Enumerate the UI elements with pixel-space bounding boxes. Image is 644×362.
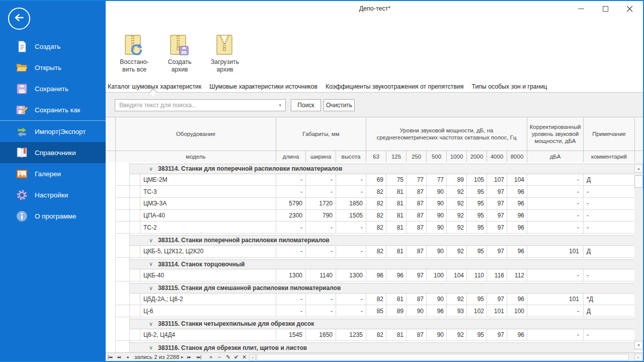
group-band[interactable]: ∨383114. Станок торцовочный <box>130 259 635 270</box>
table-row[interactable]: ЦМЕ-2М---6975777789105107104-Д <box>106 174 635 186</box>
cell-octave-63[interactable]: 85 <box>366 305 386 317</box>
header-corrected-level[interactable]: Корректированный уровень звуковой мощнос… <box>527 117 584 151</box>
cell-model[interactable]: ЦКБ-5, Ц2К12, Ц2К20 <box>140 246 276 258</box>
horizontal-scrollbar-thumb[interactable] <box>257 354 629 360</box>
group-row[interactable]: ∨383114. Станок торцовочный <box>106 258 635 270</box>
cell-octave-250[interactable]: 87 <box>407 329 427 341</box>
sidebar-item-about[interactable]: О программе <box>0 205 106 227</box>
table-row[interactable]: ТС-3---8281879092959796-- <box>106 186 635 198</box>
cell-model[interactable]: Ц-6 <box>140 305 276 317</box>
cell-octave-500[interactable]: 90 <box>427 210 447 222</box>
cell-octave-500[interactable]: 90 <box>427 222 447 234</box>
subheader-4000[interactable]: 4000 <box>487 151 507 163</box>
cell-octave-125[interactable]: 81 <box>386 246 407 258</box>
cell-octave-4000[interactable]: 116 <box>487 269 507 281</box>
group-band[interactable]: ∨383115. Станки четырехпильные для обрез… <box>130 319 635 329</box>
tab-source-characteristics[interactable]: Шумовые характеристики источников <box>209 83 317 90</box>
sidebar-item-settings[interactable]: Настройки <box>0 184 106 205</box>
cell-length[interactable]: 2300 <box>276 210 306 222</box>
cell-height[interactable]: 1235 <box>336 329 366 341</box>
cell-width[interactable]: - <box>306 294 336 306</box>
nav-last-button[interactable]: ▸▸| <box>197 354 201 359</box>
sidebar-item-save-as[interactable]: Сохранить как <box>0 99 106 120</box>
cell-octave-250[interactable]: 87 <box>407 294 427 306</box>
cell-width[interactable]: - <box>306 246 336 258</box>
maximize-button[interactable] <box>598 2 613 15</box>
subheader-model[interactable]: модель <box>116 151 276 163</box>
cell-octave-125[interactable]: 75 <box>386 174 407 186</box>
cell-dba[interactable]: - <box>527 210 584 222</box>
cell-comment[interactable]: - <box>584 198 635 210</box>
cell-width[interactable]: - <box>306 174 336 186</box>
sidebar-item-references[interactable]: Справочники <box>0 142 106 163</box>
cell-length[interactable]: - <box>276 222 306 234</box>
cell-width[interactable]: - <box>306 186 336 198</box>
nav-prior-button[interactable]: ◂ <box>126 354 128 359</box>
nav-cancel-button[interactable]: ✕ <box>242 354 247 360</box>
cell-octave-8000[interactable]: 96 <box>507 329 527 341</box>
table-row[interactable]: ЦКБ-5, Ц2К12, Ц2К20---828187909295979610… <box>106 246 635 258</box>
subheader-comment[interactable]: комментарий <box>584 151 635 163</box>
cell-model[interactable]: ЦМЭ-3А <box>140 198 276 210</box>
cell-model[interactable]: Ц5Д-2А,; Ц6-2 <box>140 294 276 306</box>
cell-octave-63[interactable]: 96 <box>366 269 386 281</box>
cell-octave-4000[interactable]: 107 <box>487 174 507 186</box>
cell-octave-63[interactable]: 82 <box>366 222 386 234</box>
cell-octave-250[interactable]: 87 <box>407 198 427 210</box>
chevron-down-icon[interactable]: ∨ <box>149 344 153 351</box>
cell-comment[interactable]: - <box>584 210 635 222</box>
cell-dba[interactable]: - <box>527 198 584 210</box>
group-row[interactable]: ∨383116. Станок для обрезки плит, щитов … <box>106 341 635 352</box>
cell-octave-500[interactable]: 90 <box>427 294 447 306</box>
back-button[interactable] <box>8 8 30 30</box>
create-archive-button[interactable]: Создатьархив <box>157 34 202 81</box>
table-row[interactable]: ТС-2---8281879092959796-- <box>106 222 635 234</box>
nav-prior-page-button[interactable]: ◂◂ <box>117 354 120 359</box>
cell-octave-63[interactable]: 69 <box>366 174 386 186</box>
group-band[interactable]: ∨383116. Станок для обрезки плит, щитов … <box>130 342 635 352</box>
sidebar-item-galleries[interactable]: Галереи <box>0 163 106 184</box>
nav-insert-button[interactable]: + <box>209 354 212 360</box>
cell-dba[interactable]: 101 <box>527 294 584 306</box>
cell-model[interactable]: Ц6-2, Ц4Д4 <box>140 329 276 341</box>
chevron-down-icon[interactable]: ∨ <box>149 321 153 327</box>
cell-octave-250[interactable]: 87 <box>407 246 427 258</box>
chevron-down-icon[interactable]: ∨ <box>149 285 153 292</box>
cell-comment[interactable]: Д <box>584 246 635 258</box>
cell-length[interactable]: - <box>276 305 306 317</box>
cell-height[interactable]: 1300 <box>336 269 366 281</box>
cell-octave-8000[interactable]: 96 <box>507 198 527 210</box>
subheader-dba[interactable]: дБА <box>527 151 584 163</box>
cell-octave-125[interactable]: 81 <box>386 186 407 198</box>
cell-octave-2000[interactable]: 102 <box>467 305 487 317</box>
cell-octave-2000[interactable]: 105 <box>467 174 487 186</box>
cell-octave-2000[interactable]: 95 <box>467 222 487 234</box>
cell-octave-125[interactable]: 81 <box>386 329 407 341</box>
cell-octave-4000[interactable]: 97 <box>487 329 507 341</box>
cell-height[interactable]: 1850 <box>336 198 366 210</box>
restore-all-button[interactable]: Восстано-вить все <box>112 34 157 81</box>
cell-octave-500[interactable]: 100 <box>427 269 447 281</box>
cell-width[interactable]: 790 <box>306 210 336 222</box>
cell-octave-2000[interactable]: 95 <box>467 186 487 198</box>
cell-width[interactable]: 1720 <box>306 198 336 210</box>
cell-octave-1000[interactable]: 92 <box>447 246 467 258</box>
cell-height[interactable]: - <box>336 222 366 234</box>
cell-octave-2000[interactable]: 95 <box>467 198 487 210</box>
subheader-8000[interactable]: 8000 <box>507 151 527 163</box>
cell-octave-125[interactable]: 81 <box>386 210 407 222</box>
search-input[interactable]: Введите текст для поиска... ▾ <box>115 99 286 111</box>
cell-octave-250[interactable]: 97 <box>407 269 427 281</box>
cell-model[interactable]: ТС-2 <box>140 222 276 234</box>
cell-length[interactable]: 1300 <box>276 269 306 281</box>
cell-octave-1000[interactable]: 92 <box>447 329 467 341</box>
cell-width[interactable]: - <box>306 222 336 234</box>
cell-octave-250[interactable]: 87 <box>407 210 427 222</box>
cell-height[interactable]: - <box>336 305 366 317</box>
nav-post-button[interactable]: ✔ <box>234 354 238 360</box>
cell-width[interactable]: - <box>306 305 336 317</box>
table-row[interactable]: Ц6-2, Ц4Д41545165012358281879092959796-- <box>106 329 635 341</box>
cell-octave-63[interactable]: 82 <box>366 329 386 341</box>
minimize-button[interactable] <box>574 2 589 15</box>
vertical-scrollbar[interactable]: ▲ ▼ <box>634 162 643 350</box>
